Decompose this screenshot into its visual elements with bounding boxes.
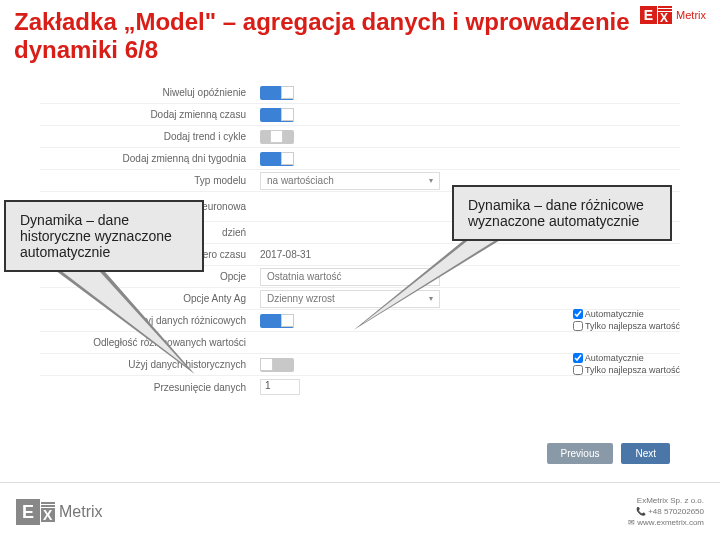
value-zero-date: 2017-08-31: [260, 249, 311, 260]
footer-company: ExMetrix Sp. z o.o.: [628, 495, 704, 506]
callout-historical: Dynamika – dane historyczne wyznaczone a…: [4, 200, 204, 272]
toggle-hist[interactable]: [260, 358, 294, 372]
slide-title: Zakładka „Model" – agregacja danych i wp…: [14, 8, 706, 63]
toggle-diff[interactable]: [260, 314, 294, 328]
label-hist: Użyj danych historycznych: [40, 359, 260, 370]
toggle-timevar[interactable]: [260, 108, 294, 122]
label-modeltype: Typ modelu: [40, 175, 260, 186]
toggle-trend[interactable]: [260, 130, 294, 144]
previous-button[interactable]: Previous: [547, 443, 614, 464]
chk-hist-best[interactable]: [573, 365, 583, 375]
brand-logo-footer: E X Metrix: [16, 499, 103, 525]
next-button[interactable]: Next: [621, 443, 670, 464]
label-antiag: Opcje Anty Ag: [40, 293, 260, 304]
chevron-down-icon: ▾: [429, 176, 433, 185]
callout-differential: Dynamika – dane różnicowe wyznaczone aut…: [452, 185, 672, 241]
chk-hist-auto[interactable]: [573, 353, 583, 363]
select-modeltype[interactable]: na wartościach▾: [260, 172, 440, 190]
toggle-weekday[interactable]: [260, 152, 294, 166]
logo-square: E: [640, 6, 657, 24]
toggle-delay[interactable]: [260, 86, 294, 100]
label-trend: Dodaj trend i cykle: [40, 131, 260, 142]
chevron-down-icon: ▾: [429, 294, 433, 303]
label-delay: Niweluj opóźnienie: [40, 87, 260, 98]
footer-site: www.exmetrix.com: [637, 518, 704, 527]
label-timevar: Dodaj zmienną czasu: [40, 109, 260, 120]
label-shift: Przesunięcie danych: [40, 382, 260, 393]
input-shift[interactable]: 1: [260, 379, 300, 395]
chk-diff-best[interactable]: [573, 321, 583, 331]
footer-phone: +48 570202650: [648, 507, 704, 516]
label-weekday: Dodaj zmienną dni tygodnia: [40, 153, 260, 164]
footer: E X Metrix ExMetrix Sp. z o.o. 📞 +48 570…: [0, 482, 720, 540]
chk-diff-auto[interactable]: [573, 309, 583, 319]
brand-logo-top: E X Metrix: [640, 6, 706, 24]
